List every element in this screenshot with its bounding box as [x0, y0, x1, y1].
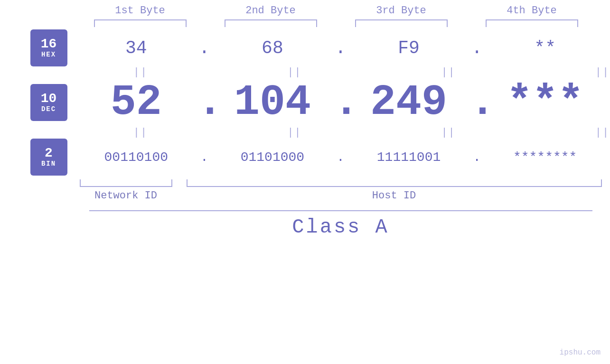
hex-dot2: .: [333, 38, 347, 58]
class-label-row: Class A: [89, 216, 592, 239]
bin-dot1: .: [197, 150, 211, 165]
network-id-bracket: [80, 179, 172, 187]
equals1-b1: ||: [88, 66, 193, 78]
dec-byte2: 104: [220, 78, 325, 127]
dec-dot3: .: [470, 78, 484, 127]
bracket-byte1: [94, 19, 187, 27]
byte-headers: 1st Byte 2nd Byte 3rd Byte 4th Byte: [75, 5, 597, 17]
hex-byte3: F9: [357, 38, 461, 58]
bin-row: 2 BIN 00110100 . 01101000 . 11111001 . *…: [18, 139, 602, 176]
hex-label-box: 16 HEX: [30, 29, 67, 66]
equals1-b2: ||: [242, 66, 347, 78]
bin-byte1: 00110100: [84, 150, 188, 165]
bin-base-text: BIN: [41, 160, 56, 168]
watermark: ipshu.com: [560, 348, 601, 357]
hex-values: 34 . 68 . F9 . **: [80, 38, 602, 58]
class-section: Class A: [89, 210, 592, 239]
hex-label-col: 16 HEX: [18, 29, 80, 66]
dec-byte3: 249: [357, 78, 461, 127]
hex-base-num: 16: [41, 37, 57, 51]
dec-dot2: .: [333, 78, 347, 127]
equals2-b1: ||: [88, 127, 193, 139]
hex-dot3: .: [470, 38, 484, 58]
dec-base-text: DEC: [41, 105, 56, 113]
byte2-header: 2nd Byte: [218, 5, 323, 17]
equals1-b3: ||: [396, 66, 501, 78]
bin-byte4: ********: [493, 150, 597, 165]
rows-area: 16 HEX 34 . 68 . F9 . ** || || ||: [18, 29, 602, 176]
hex-byte2: 68: [220, 38, 325, 58]
dec-values: 52 . 104 . 249 . ***: [80, 78, 602, 127]
bin-byte3: 11111001: [357, 150, 461, 165]
dec-label-box: 10 DEC: [30, 84, 67, 121]
bin-dot3: .: [470, 150, 484, 165]
bracket-byte3: [355, 19, 448, 27]
byte3-header: 3rd Byte: [349, 5, 453, 17]
bin-label-col: 2 BIN: [18, 139, 80, 176]
hex-byte4: **: [493, 38, 597, 58]
bracket-byte4: [486, 19, 578, 27]
host-id-bracket: [187, 179, 602, 187]
class-a-label: Class A: [292, 216, 389, 239]
equals-container1: || || || ||: [80, 66, 610, 78]
byte4-header: 4th Byte: [479, 5, 584, 17]
dec-byte1: 52: [84, 78, 188, 127]
class-top-line: [89, 210, 592, 211]
bin-label-box: 2 BIN: [30, 139, 67, 176]
hex-byte1: 34: [84, 38, 188, 58]
main-container: 1st Byte 2nd Byte 3rd Byte 4th Byte 16 H…: [0, 0, 610, 364]
equals2-b2: ||: [242, 127, 347, 139]
equals-container2: || || || ||: [80, 127, 610, 139]
equals-row1: || || || ||: [80, 66, 610, 78]
bin-dot2: .: [333, 150, 347, 165]
bin-base-num: 2: [45, 147, 53, 160]
bottom-bracket-area: Network ID Host ID: [80, 179, 602, 202]
bracket-byte2: [225, 19, 317, 27]
bottom-brackets-row: [80, 179, 602, 187]
dec-base-num: 10: [41, 92, 57, 105]
dec-dot1: .: [197, 78, 211, 127]
hex-row: 16 HEX 34 . 68 . F9 . **: [18, 29, 602, 66]
bin-values: 00110100 . 01101000 . 11111001 . *******…: [80, 150, 602, 165]
dec-label-col: 10 DEC: [18, 84, 80, 121]
bottom-labels-row: Network ID Host ID: [80, 190, 602, 202]
equals2-b3: ||: [396, 127, 501, 139]
equals2-b4: ||: [550, 127, 610, 139]
hex-dot1: .: [197, 38, 211, 58]
network-id-label: Network ID: [80, 190, 172, 202]
dec-byte4: ***: [493, 78, 597, 127]
host-id-label: Host ID: [187, 190, 602, 202]
equals-row2: || || || ||: [80, 127, 610, 139]
dec-row: 10 DEC 52 . 104 . 249 . ***: [18, 78, 602, 127]
bin-byte2: 01101000: [220, 150, 325, 165]
byte1-header: 1st Byte: [88, 5, 192, 17]
hex-base-text: HEX: [41, 51, 56, 58]
equals1-b4: ||: [550, 66, 610, 78]
top-brackets: [75, 19, 597, 27]
